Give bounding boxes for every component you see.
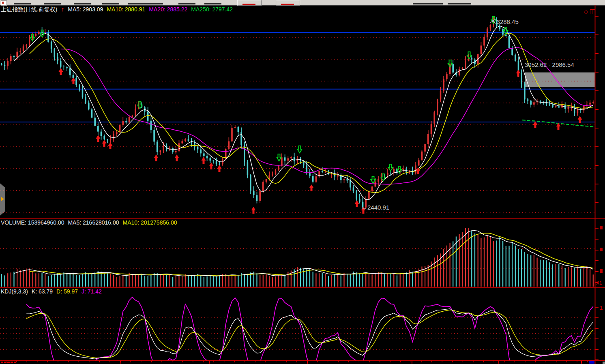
candlestick-canvas[interactable]: [0, 5, 595, 219]
menu-item-stub[interactable]: [178, 3, 195, 4]
volume-scale-label: X1: [596, 280, 602, 286]
menu-item-stub[interactable]: [74, 3, 91, 4]
menubar: [0, 0, 605, 6]
volume-canvas[interactable]: [0, 219, 595, 288]
pane-corner-icons[interactable]: ◇: [584, 9, 595, 15]
split-window-icon[interactable]: [590, 9, 595, 14]
sidebar-expand-handle[interactable]: [0, 183, 5, 216]
menu-item-stub[interactable]: [14, 3, 31, 4]
diamond-icon[interactable]: ◇: [584, 9, 588, 15]
menu-button-stub[interactable]: [276, 0, 300, 6]
menu-item-stub[interactable]: [44, 3, 61, 4]
menu-item-stub[interactable]: [413, 3, 443, 4]
menu-item-stub[interactable]: [204, 3, 221, 4]
kdj-canvas[interactable]: [0, 288, 595, 361]
app-window: 上证指数(日线.前复权)↑MA5: 2903.09MA10: 2880.91MA…: [0, 0, 605, 364]
expand-arrow-icon: [1, 197, 4, 201]
menu-item-stub[interactable]: [102, 3, 119, 4]
menu-item-stub[interactable]: [128, 3, 163, 4]
menu-item-stub[interactable]: [448, 3, 471, 4]
menu-button-stub[interactable]: [237, 0, 262, 6]
kdj-pane[interactable]: KDJ(9,3,3)K: 63.79D: 59.97J: 71.42: [0, 288, 595, 361]
kdj-axis-label: 1: [600, 305, 603, 311]
volume-pane[interactable]: VOLUME: 153964960.00MA5: 216628016.00MA1…: [0, 219, 595, 288]
main-chart-pane[interactable]: 上证指数(日线.前复权)↑MA5: 2903.09MA10: 2880.91MA…: [0, 5, 595, 219]
